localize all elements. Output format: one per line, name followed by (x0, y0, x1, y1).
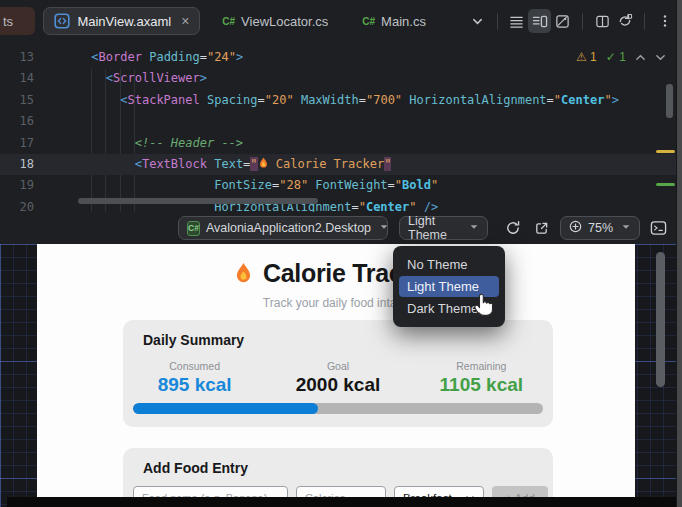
close-icon[interactable]: × (181, 13, 189, 29)
code-line[interactable]: 16 (0, 111, 676, 132)
csharp-project-icon: C# (187, 221, 200, 236)
tab-viewlocator-cs[interactable]: C# ViewLocator.cs (214, 7, 336, 35)
ide-window: ts MainView.axaml × C# ViewLocator.cs C#… (0, 0, 682, 507)
add-food-title: Add Food Entry (143, 460, 248, 476)
chevron-down-icon (379, 221, 389, 235)
line-number[interactable]: 15 (0, 90, 34, 111)
app-subtitle: Track your daily food intake (37, 296, 635, 310)
add-food-form: Breakfast + Add (133, 486, 548, 497)
app-preview: Calorie Tracker Track your daily food in… (37, 244, 635, 497)
window-bottom-edge (7, 497, 676, 507)
calorie-progress-bar (133, 403, 543, 414)
flame-icon (258, 157, 269, 169)
add-food-button[interactable]: + Add (492, 486, 548, 497)
food-name-input[interactable] (133, 486, 288, 497)
warning-icon: ⚠ 1 (576, 50, 597, 64)
zoom-selector[interactable]: 75% (560, 216, 640, 240)
terminal-icon[interactable] (648, 218, 668, 238)
code-line[interactable]: 19 FontSize="28" FontWeight="Bold" (0, 175, 676, 196)
tab-partial[interactable]: ts (0, 7, 35, 35)
stat-remaining: Remaining 1105 kcal (410, 360, 553, 396)
open-in-new-window-icon[interactable] (531, 218, 551, 238)
change-marker-ok[interactable] (656, 183, 675, 186)
preview-vertical-scrollbar[interactable] (656, 252, 665, 387)
tab-list-chevron-down-icon[interactable] (466, 9, 489, 33)
code-line[interactable]: 15 <StackPanel Spacing="20" MaxWidth="70… (0, 90, 676, 111)
code-line[interactable]: 13 <Border Padding="24"> (0, 47, 676, 68)
calories-input[interactable] (296, 486, 386, 497)
code-line[interactable]: 14 <ScrollViewer> (0, 68, 676, 89)
editor-tab-bar: ts MainView.axaml × C# ViewLocator.cs C#… (0, 0, 676, 42)
tab-main-cs[interactable]: C# Main.cs (354, 7, 434, 35)
code-editor[interactable]: 13 <Border Padding="24">14 <ScrollViewer… (0, 42, 676, 212)
zoom-level: 75% (588, 221, 613, 235)
stat-consumed: Consumed 895 kcal (123, 360, 266, 396)
stat-goal: Goal 2000 kcal (266, 360, 409, 396)
toolbar-divider (497, 13, 498, 30)
app-title: Calorie Tracker (37, 259, 635, 288)
split-editor-preview-icon[interactable] (528, 9, 551, 33)
code-lines: 13 <Border Padding="24">14 <ScrollViewer… (0, 47, 676, 212)
designer-canvas: Calorie Tracker Track your daily food in… (0, 244, 676, 507)
refresh-preview-icon[interactable] (503, 218, 523, 238)
preview-toolbar: C# AvaloniaApplication2.Desktop Light Th… (0, 212, 676, 244)
check-icon: ✓ 1 (606, 50, 626, 64)
zoom-in-icon (569, 220, 582, 236)
line-number[interactable]: 18 (0, 154, 34, 175)
daily-summary-title: Daily Summary (143, 332, 244, 348)
meal-select[interactable]: Breakfast (394, 486, 484, 497)
line-number[interactable]: 14 (0, 68, 34, 89)
next-problem-icon[interactable] (655, 52, 666, 63)
prev-problem-icon[interactable] (635, 52, 646, 63)
line-number[interactable]: 17 (0, 133, 34, 154)
code-line[interactable]: 18 <TextBlock Text=" Calorie Tracker" (0, 154, 676, 175)
line-number[interactable]: 20 (0, 197, 34, 212)
editor-only-view-icon[interactable] (506, 9, 529, 33)
xaml-file-icon (54, 13, 70, 29)
project-name: AvaloniaApplication2.Desktop (206, 221, 371, 235)
change-marker-warning[interactable] (656, 150, 675, 153)
chevron-down-icon (469, 221, 479, 235)
theme-menu-item[interactable]: No Theme (399, 254, 499, 275)
tab-label: MainView.axaml (77, 14, 171, 29)
summary-stats: Consumed 895 kcal Goal 2000 kcal Remaini… (123, 360, 553, 396)
kebab-menu-icon[interactable] (653, 9, 676, 33)
tab-mainview-axaml[interactable]: MainView.axaml × (43, 7, 200, 35)
csharp-file-icon: C# (362, 16, 375, 27)
csharp-file-icon: C# (222, 16, 235, 27)
tab-partial-label: ts (3, 14, 13, 29)
tab-label: Main.cs (381, 14, 426, 29)
progress-fill (133, 403, 318, 414)
horizontal-scrollbar[interactable] (78, 198, 318, 204)
split-vertical-icon[interactable] (591, 9, 614, 33)
theme-name: Light Theme (408, 214, 461, 242)
code-line[interactable]: 17 <!-- Header --> (0, 133, 676, 154)
toolbar-divider (582, 13, 583, 30)
sync-sources-icon[interactable] (614, 9, 637, 33)
chevron-down-icon (621, 221, 631, 235)
line-number[interactable]: 13 (0, 47, 34, 68)
flame-icon (233, 262, 254, 285)
inspection-widget[interactable]: ⚠ 1 ✓ 1 (576, 50, 666, 64)
project-selector[interactable]: C# AvaloniaApplication2.Desktop (178, 216, 388, 240)
preview-only-icon[interactable] (551, 9, 574, 33)
line-number[interactable]: 19 (0, 175, 34, 196)
toolbar-divider (644, 13, 645, 30)
daily-summary-card: Daily Summary Consumed 895 kcal Goal 200… (123, 320, 553, 427)
add-food-card: Add Food Entry Breakfast + Add (123, 448, 553, 497)
tab-label: ViewLocator.cs (241, 14, 328, 29)
vertical-scrollbar[interactable] (666, 84, 673, 118)
line-number[interactable]: 16 (0, 111, 34, 132)
mouse-cursor-hand (470, 288, 496, 318)
window-right-edge (676, 0, 682, 507)
theme-selector[interactable]: Light Theme (399, 216, 488, 240)
